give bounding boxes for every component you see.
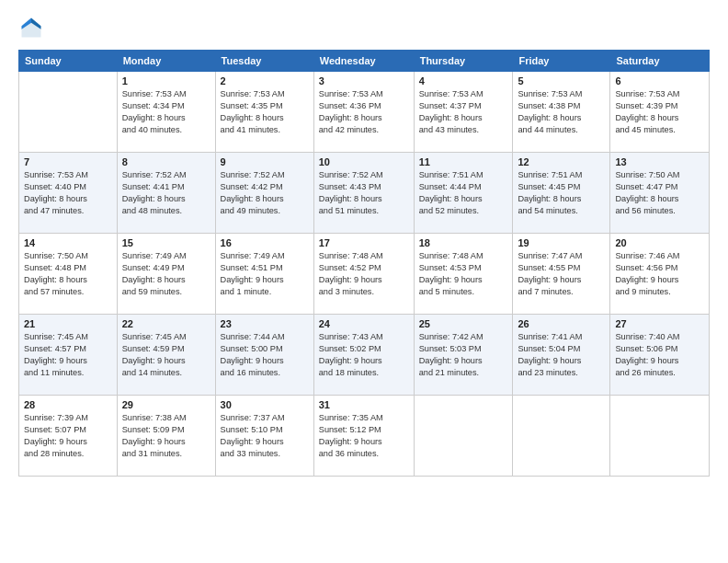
cell-info: Sunrise: 7:40 AMSunset: 5:06 PMDaylight:… [615, 331, 704, 379]
cell-info: Sunrise: 7:38 AMSunset: 5:09 PMDaylight:… [122, 412, 210, 460]
calendar-cell: 29Sunrise: 7:38 AMSunset: 5:09 PMDayligh… [117, 396, 215, 477]
header [18, 15, 710, 40]
day-number: 8 [122, 156, 210, 167]
cell-info: Sunrise: 7:53 AMSunset: 4:40 PMDaylight:… [24, 169, 112, 217]
cell-info: Sunrise: 7:52 AMSunset: 4:43 PMDaylight:… [319, 169, 409, 217]
cell-info: Sunrise: 7:44 AMSunset: 5:00 PMDaylight:… [221, 331, 309, 379]
day-number: 29 [122, 399, 210, 410]
calendar-body: 1Sunrise: 7:53 AMSunset: 4:34 PMDaylight… [19, 72, 710, 477]
cell-info: Sunrise: 7:51 AMSunset: 4:45 PMDaylight:… [518, 169, 605, 217]
week-row-4: 28Sunrise: 7:39 AMSunset: 5:07 PMDayligh… [19, 396, 710, 477]
calendar-cell [414, 396, 513, 477]
week-row-0: 1Sunrise: 7:53 AMSunset: 4:34 PMDaylight… [19, 72, 710, 153]
calendar-cell: 31Sunrise: 7:35 AMSunset: 5:12 PMDayligh… [313, 396, 414, 477]
logo-icon [18, 15, 44, 40]
day-number: 17 [319, 237, 409, 248]
day-number: 6 [615, 75, 704, 86]
calendar-cell: 23Sunrise: 7:44 AMSunset: 5:00 PMDayligh… [215, 315, 313, 396]
day-number: 30 [221, 399, 309, 410]
calendar-cell: 9Sunrise: 7:52 AMSunset: 4:42 PMDaylight… [215, 153, 313, 234]
cell-info: Sunrise: 7:45 AMSunset: 4:57 PMDaylight:… [24, 331, 112, 379]
header-day-friday: Friday [513, 51, 610, 72]
calendar-cell: 15Sunrise: 7:49 AMSunset: 4:49 PMDayligh… [117, 234, 215, 315]
calendar-cell: 30Sunrise: 7:37 AMSunset: 5:10 PMDayligh… [215, 396, 313, 477]
day-number: 5 [518, 75, 605, 86]
cell-info: Sunrise: 7:45 AMSunset: 4:59 PMDaylight:… [122, 331, 210, 379]
header-day-monday: Monday [117, 51, 215, 72]
cell-info: Sunrise: 7:49 AMSunset: 4:49 PMDaylight:… [122, 250, 210, 298]
day-number: 9 [221, 156, 309, 167]
calendar-cell: 2Sunrise: 7:53 AMSunset: 4:35 PMDaylight… [215, 72, 313, 153]
day-number: 3 [319, 75, 409, 86]
cell-info: Sunrise: 7:48 AMSunset: 4:53 PMDaylight:… [419, 250, 508, 298]
calendar-table: SundayMondayTuesdayWednesdayThursdayFrid… [18, 50, 710, 477]
calendar-cell: 6Sunrise: 7:53 AMSunset: 4:39 PMDaylight… [610, 72, 710, 153]
cell-info: Sunrise: 7:41 AMSunset: 5:04 PMDaylight:… [518, 331, 605, 379]
calendar-cell: 11Sunrise: 7:51 AMSunset: 4:44 PMDayligh… [414, 153, 513, 234]
day-number: 18 [419, 237, 508, 248]
header-row: SundayMondayTuesdayWednesdayThursdayFrid… [19, 51, 710, 72]
header-day-thursday: Thursday [414, 51, 513, 72]
page: SundayMondayTuesdayWednesdayThursdayFrid… [0, 0, 728, 563]
cell-info: Sunrise: 7:53 AMSunset: 4:37 PMDaylight:… [419, 88, 508, 136]
calendar-cell [513, 396, 610, 477]
week-row-1: 7Sunrise: 7:53 AMSunset: 4:40 PMDaylight… [19, 153, 710, 234]
cell-info: Sunrise: 7:43 AMSunset: 5:02 PMDaylight:… [319, 331, 409, 379]
calendar-cell: 1Sunrise: 7:53 AMSunset: 4:34 PMDaylight… [117, 72, 215, 153]
calendar-cell: 3Sunrise: 7:53 AMSunset: 4:36 PMDaylight… [313, 72, 414, 153]
day-number: 31 [319, 399, 409, 410]
day-number: 27 [615, 318, 704, 329]
day-number: 14 [24, 237, 112, 248]
calendar-cell: 22Sunrise: 7:45 AMSunset: 4:59 PMDayligh… [117, 315, 215, 396]
calendar-cell [19, 72, 118, 153]
cell-info: Sunrise: 7:53 AMSunset: 4:36 PMDaylight:… [319, 88, 409, 136]
cell-info: Sunrise: 7:53 AMSunset: 4:34 PMDaylight:… [122, 88, 210, 136]
calendar-cell: 14Sunrise: 7:50 AMSunset: 4:48 PMDayligh… [19, 234, 118, 315]
calendar-cell: 12Sunrise: 7:51 AMSunset: 4:45 PMDayligh… [513, 153, 610, 234]
cell-info: Sunrise: 7:47 AMSunset: 4:55 PMDaylight:… [518, 250, 605, 298]
day-number: 10 [319, 156, 409, 167]
calendar-cell: 4Sunrise: 7:53 AMSunset: 4:37 PMDaylight… [414, 72, 513, 153]
header-day-saturday: Saturday [610, 51, 710, 72]
day-number: 22 [122, 318, 210, 329]
day-number: 15 [122, 237, 210, 248]
calendar-cell: 8Sunrise: 7:52 AMSunset: 4:41 PMDaylight… [117, 153, 215, 234]
calendar-cell: 21Sunrise: 7:45 AMSunset: 4:57 PMDayligh… [19, 315, 118, 396]
day-number: 19 [518, 237, 605, 248]
cell-info: Sunrise: 7:53 AMSunset: 4:39 PMDaylight:… [615, 88, 704, 136]
day-number: 4 [419, 75, 508, 86]
day-number: 21 [24, 318, 112, 329]
cell-info: Sunrise: 7:49 AMSunset: 4:51 PMDaylight:… [221, 250, 309, 298]
cell-info: Sunrise: 7:35 AMSunset: 5:12 PMDaylight:… [319, 412, 409, 460]
cell-info: Sunrise: 7:37 AMSunset: 5:10 PMDaylight:… [221, 412, 309, 460]
calendar-cell: 7Sunrise: 7:53 AMSunset: 4:40 PMDaylight… [19, 153, 118, 234]
cell-info: Sunrise: 7:50 AMSunset: 4:47 PMDaylight:… [615, 169, 704, 217]
cell-info: Sunrise: 7:52 AMSunset: 4:41 PMDaylight:… [122, 169, 210, 217]
calendar-cell: 5Sunrise: 7:53 AMSunset: 4:38 PMDaylight… [513, 72, 610, 153]
day-number: 2 [221, 75, 309, 86]
day-number: 16 [221, 237, 309, 248]
cell-info: Sunrise: 7:46 AMSunset: 4:56 PMDaylight:… [615, 250, 704, 298]
day-number: 24 [319, 318, 409, 329]
calendar-cell: 25Sunrise: 7:42 AMSunset: 5:03 PMDayligh… [414, 315, 513, 396]
calendar-cell: 16Sunrise: 7:49 AMSunset: 4:51 PMDayligh… [215, 234, 313, 315]
cell-info: Sunrise: 7:53 AMSunset: 4:35 PMDaylight:… [221, 88, 309, 136]
header-day-sunday: Sunday [19, 51, 118, 72]
day-number: 11 [419, 156, 508, 167]
calendar-cell: 20Sunrise: 7:46 AMSunset: 4:56 PMDayligh… [610, 234, 710, 315]
day-number: 20 [615, 237, 704, 248]
calendar-cell: 26Sunrise: 7:41 AMSunset: 5:04 PMDayligh… [513, 315, 610, 396]
cell-info: Sunrise: 7:50 AMSunset: 4:48 PMDaylight:… [24, 250, 112, 298]
cell-info: Sunrise: 7:51 AMSunset: 4:44 PMDaylight:… [419, 169, 508, 217]
calendar-cell: 24Sunrise: 7:43 AMSunset: 5:02 PMDayligh… [313, 315, 414, 396]
day-number: 25 [419, 318, 508, 329]
cell-info: Sunrise: 7:53 AMSunset: 4:38 PMDaylight:… [518, 88, 605, 136]
calendar-cell: 27Sunrise: 7:40 AMSunset: 5:06 PMDayligh… [610, 315, 710, 396]
cell-info: Sunrise: 7:42 AMSunset: 5:03 PMDaylight:… [419, 331, 508, 379]
header-day-tuesday: Tuesday [215, 51, 313, 72]
cell-info: Sunrise: 7:39 AMSunset: 5:07 PMDaylight:… [24, 412, 112, 460]
day-number: 13 [615, 156, 704, 167]
calendar-cell: 17Sunrise: 7:48 AMSunset: 4:52 PMDayligh… [313, 234, 414, 315]
calendar-cell: 18Sunrise: 7:48 AMSunset: 4:53 PMDayligh… [414, 234, 513, 315]
cell-info: Sunrise: 7:52 AMSunset: 4:42 PMDaylight:… [221, 169, 309, 217]
